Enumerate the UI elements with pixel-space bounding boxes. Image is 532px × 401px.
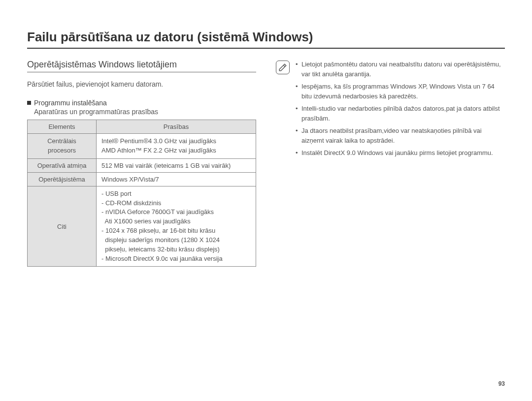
right-column: Lietojot pašmontētu datoru vai neatbalst… (276, 60, 505, 267)
row-value: Windows XP/Vista/7 (97, 172, 256, 186)
row-label: Operatīvā atmiņa (28, 158, 97, 172)
table-row: Citi - USB port- CD-ROM diskdzinis- nVID… (28, 186, 256, 267)
table-head-requirements: Prasības (97, 120, 256, 134)
list-item: Ja dtaors neatbilst prasībam,video var n… (296, 126, 505, 145)
table-row: Operētājsistēma Windows XP/Vista/7 (28, 172, 256, 186)
requirements-subhead: Aparatūras un programmatūras prasības (34, 108, 256, 116)
row-value: Intel® Pentium®4 3.0 GHz vai jaudīgāksAM… (97, 134, 256, 159)
list-item: Lietojot pašmontētu datoru vai neatbalst… (296, 60, 505, 79)
row-label: Centrālais procesors (28, 134, 97, 159)
row-label: Citi (28, 186, 97, 267)
table-head-elements: Elements (28, 120, 97, 134)
list-item: Instalēt DirectX 9.0 Windows vai jaunāku… (296, 148, 505, 158)
square-bullet-icon (27, 101, 31, 105)
list-item: Iespējams, ka šīs programmas Windows XP,… (296, 82, 505, 101)
content-columns: Operētājsistēmas Windows lietotājiem Pār… (27, 60, 505, 267)
page-number: 93 (499, 380, 505, 387)
intro-text: Pārsūtiet failus, pievienojot kameru dat… (27, 80, 256, 88)
row-value: - USB port- CD-ROM diskdzinis- nVIDIA Ge… (97, 186, 256, 267)
install-heading: Programmu instalēšana (27, 99, 256, 107)
list-item: Intelli-studio var nedarboties pilnībā d… (296, 104, 505, 123)
install-heading-text: Programmu instalēšana (34, 99, 107, 107)
page-title: Failu pārsūtīšana uz datoru (sistēmā Win… (27, 30, 505, 49)
section-subtitle: Operētājsistēmas Windows lietotājiem (27, 60, 256, 72)
table-row: Centrālais procesors Intel® Pentium®4 3.… (28, 134, 256, 159)
note-icon (276, 61, 290, 74)
left-column: Operētājsistēmas Windows lietotājiem Pār… (27, 60, 256, 267)
notes-list: Lietojot pašmontētu datoru vai neatbalst… (296, 60, 505, 161)
row-value: 512 MB vai vairāk (ieteicams 1 GB vai va… (97, 158, 256, 172)
requirements-table: Elements Prasības Centrālais procesors I… (27, 120, 256, 267)
table-row: Operatīvā atmiņa 512 MB vai vairāk (iete… (28, 158, 256, 172)
note-box: Lietojot pašmontētu datoru vai neatbalst… (276, 60, 505, 161)
row-label: Operētājsistēma (28, 172, 97, 186)
